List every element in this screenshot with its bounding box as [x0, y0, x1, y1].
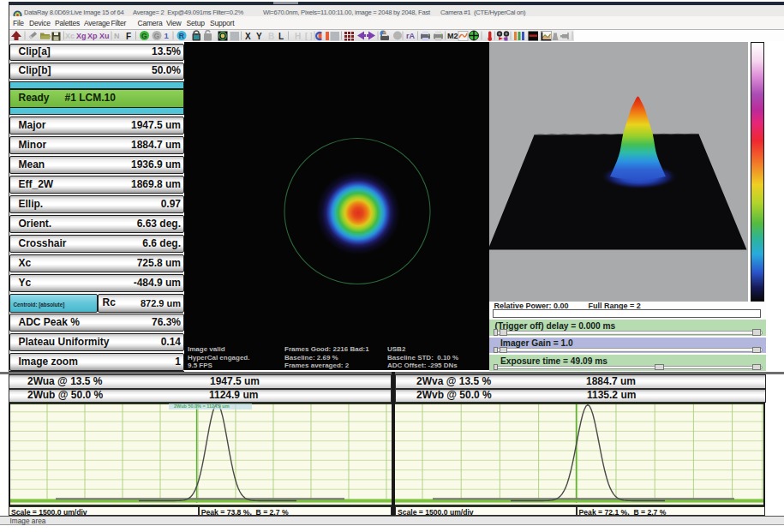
svg-text:1: 1	[165, 31, 170, 40]
svg-text:Y: Y	[256, 32, 262, 41]
svg-text:L: L	[278, 32, 284, 41]
svg-text:R: R	[179, 32, 184, 40]
svg-text:Xg: Xg	[76, 32, 87, 40]
svg-text:G: G	[141, 32, 147, 40]
svg-text:rA: rA	[406, 32, 416, 40]
svg-text:G: G	[154, 32, 160, 40]
svg-text:Xc: Xc	[65, 32, 75, 40]
svg-text:M2: M2	[447, 32, 458, 40]
svg-text:Xu: Xu	[99, 32, 110, 40]
svg-text:B: B	[268, 32, 274, 41]
svg-text:Xp: Xp	[87, 32, 98, 40]
svg-text:H: H	[295, 32, 301, 41]
svg-text:[ ]: [ ]	[305, 32, 313, 40]
svg-text:F: F	[126, 32, 131, 41]
svg-text:N: N	[114, 32, 120, 40]
svg-text:X: X	[245, 32, 251, 41]
